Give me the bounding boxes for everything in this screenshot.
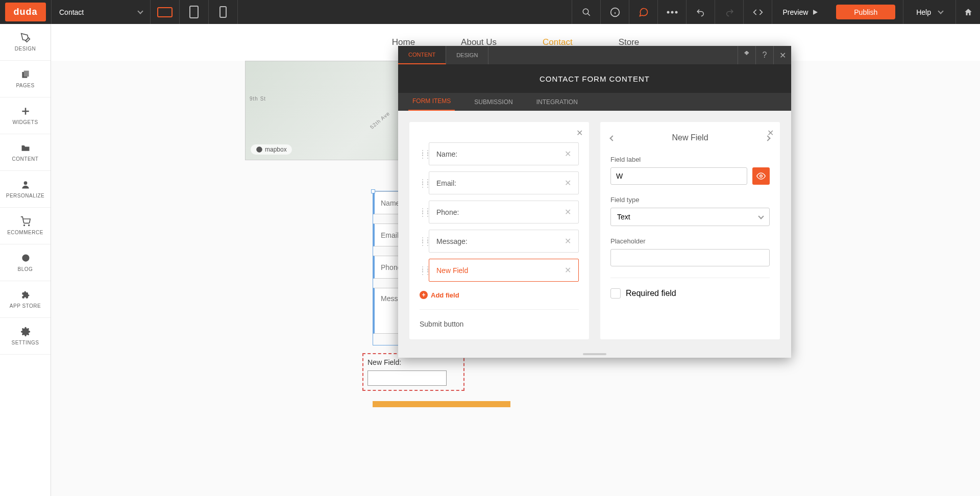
add-field-button[interactable]: + Add field: [420, 291, 579, 299]
redo-button[interactable]: [715, 0, 743, 24]
device-desktop-button[interactable]: [151, 0, 180, 24]
device-mobile-button[interactable]: [209, 0, 238, 24]
device-tablet-button[interactable]: [180, 0, 209, 24]
drag-handle-icon[interactable]: ⋮⋮⋮⋮: [420, 180, 425, 186]
svg-point-7: [675, 11, 677, 13]
sidebar-label: WIDGETS: [12, 119, 38, 125]
brand-logo[interactable]: duda: [5, 3, 46, 21]
editor-panel: CONTENT DESIGN ? ✕ CONTACT FORM CONTENT …: [398, 46, 791, 358]
placeholder-input[interactable]: [610, 249, 770, 266]
sidebar-label: ECOMMERCE: [7, 230, 43, 235]
field-type-select[interactable]: Text: [610, 208, 770, 226]
more-button[interactable]: [657, 0, 686, 24]
chevron-down-icon: [938, 8, 943, 14]
field-list-item[interactable]: ⋮⋮⋮⋮ Message:✕: [420, 230, 579, 253]
comment-button[interactable]: [629, 0, 657, 24]
undo-button[interactable]: [686, 0, 715, 24]
home-icon: [964, 8, 973, 17]
new-field-preview-input[interactable]: [368, 370, 447, 386]
sidebar-item-personalize[interactable]: PERSONALIZE: [0, 171, 51, 208]
sidebar-item-widgets[interactable]: WIDGETS: [0, 97, 51, 134]
prev-field-button[interactable]: [610, 132, 615, 143]
svg-point-6: [671, 11, 673, 13]
required-checkbox[interactable]: [610, 288, 621, 299]
sidebar-label: SETTINGS: [11, 340, 39, 345]
resize-handle[interactable]: [371, 189, 375, 193]
panel-resize-handle[interactable]: [398, 351, 791, 358]
field-list-item[interactable]: ⋮⋮⋮⋮ Phone:✕: [420, 201, 579, 224]
subtab-submission[interactable]: SUBMISSION: [470, 93, 517, 111]
svg-rect-10: [23, 71, 29, 77]
placeholder-label: Placeholder: [610, 237, 770, 245]
field-label-input[interactable]: [610, 167, 747, 185]
svg-point-19: [760, 175, 763, 178]
submit-button-row[interactable]: Submit button: [420, 320, 579, 328]
subtab-form-items[interactable]: FORM ITEMS: [408, 92, 455, 111]
sidebar-item-content[interactable]: CONTENT: [0, 134, 51, 171]
panel-tab-design[interactable]: DESIGN: [446, 46, 488, 64]
svg-point-15: [28, 225, 29, 226]
drag-handle-icon[interactable]: ⋮⋮⋮⋮: [420, 238, 425, 244]
remove-field-button[interactable]: ✕: [565, 236, 571, 246]
drag-handle-icon[interactable]: ⋮⋮⋮⋮: [420, 267, 425, 274]
chevron-down-icon: [758, 213, 764, 219]
home-button[interactable]: [955, 0, 980, 24]
plus-icon: [20, 106, 31, 116]
info-button[interactable]: [600, 0, 629, 24]
dev-mode-button[interactable]: [743, 0, 772, 24]
info-icon: [610, 7, 620, 17]
sidebar-label: CONTENT: [12, 156, 39, 162]
page-selector-label: Contact: [59, 8, 84, 16]
visibility-toggle-button[interactable]: [752, 167, 770, 185]
sidebar-label: BLOG: [18, 266, 33, 272]
help-button[interactable]: Help: [903, 0, 955, 24]
panel-close-button[interactable]: ✕: [773, 46, 791, 64]
panel-tab-content[interactable]: CONTENT: [398, 46, 446, 64]
svg-point-0: [583, 9, 589, 14]
sidebar-item-blog[interactable]: BLOG: [0, 244, 51, 281]
desktop-icon: [157, 7, 173, 17]
card-close-button[interactable]: ✕: [576, 128, 583, 138]
sidebar-item-ecommerce[interactable]: ECOMMERCE: [0, 208, 51, 244]
field-label-label: Field label: [610, 156, 770, 163]
search-icon: [582, 8, 591, 17]
sidebar-item-design[interactable]: DESIGN: [0, 24, 51, 61]
search-button[interactable]: [572, 0, 600, 24]
drag-handle-icon[interactable]: ⋮⋮⋮⋮: [420, 151, 425, 157]
required-label: Required field: [626, 289, 676, 298]
sidebar-label: DESIGN: [15, 46, 36, 52]
field-type-value: Text: [617, 213, 630, 221]
submit-button-preview[interactable]: [373, 401, 510, 407]
remove-field-button[interactable]: ✕: [565, 265, 571, 275]
remove-field-button[interactable]: ✕: [565, 178, 571, 188]
subtab-integration[interactable]: INTEGRATION: [532, 93, 582, 111]
field-list-item[interactable]: ⋮⋮⋮⋮ Name:✕: [420, 142, 579, 165]
new-field-preview[interactable]: New Field:: [362, 353, 464, 391]
sidebar-item-settings[interactable]: SETTINGS: [0, 318, 51, 355]
tablet-icon: [189, 6, 199, 18]
publish-button[interactable]: Publish: [836, 5, 895, 19]
page-selector[interactable]: Contact: [51, 0, 151, 24]
new-field-preview-label: New Field:: [368, 358, 459, 366]
panel-settings-button[interactable]: [738, 46, 755, 64]
field-type-label: Field type: [610, 196, 770, 204]
field-list-card: ✕ ⋮⋮⋮⋮ Name:✕ ⋮⋮⋮⋮ Email:✕ ⋮⋮⋮⋮ Phone:✕ …: [409, 122, 589, 339]
panel-help-button[interactable]: ?: [755, 46, 773, 64]
pages-icon: [20, 69, 31, 80]
svg-point-17: [256, 146, 262, 153]
field-item-label: New Field: [436, 266, 468, 275]
mapbox-icon: [256, 146, 263, 153]
folder-icon: [20, 143, 31, 153]
field-list-item-active[interactable]: ⋮⋮⋮⋮ New Field✕: [420, 259, 579, 282]
field-item-label: Name:: [436, 150, 457, 158]
sidebar-item-appstore[interactable]: APP STORE: [0, 281, 51, 318]
remove-field-button[interactable]: ✕: [565, 207, 571, 217]
drag-handle-icon[interactable]: ⋮⋮⋮⋮: [420, 209, 425, 215]
add-field-label: Add field: [431, 291, 459, 299]
field-list-item[interactable]: ⋮⋮⋮⋮ Email:✕: [420, 171, 579, 194]
preview-button[interactable]: Preview: [772, 0, 828, 24]
mapbox-attribution[interactable]: mapbox: [251, 144, 292, 155]
remove-field-button[interactable]: ✕: [565, 149, 571, 159]
sidebar-item-pages[interactable]: PAGES: [0, 61, 51, 97]
svg-marker-8: [813, 10, 818, 15]
